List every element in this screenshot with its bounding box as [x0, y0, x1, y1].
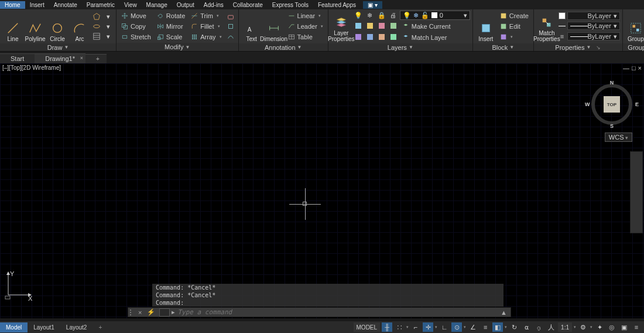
- viewcube-s[interactable]: S: [610, 123, 614, 129]
- spline-button[interactable]: ▾: [103, 22, 114, 31]
- tab-annotate[interactable]: Annotate: [49, 1, 82, 9]
- color-swatch[interactable]: [559, 12, 566, 19]
- edit-attributes-button[interactable]: ▾: [498, 32, 531, 42]
- snap-toggle[interactable]: ⸬: [394, 322, 405, 332]
- cmdline-customize-icon[interactable]: ⚡: [145, 308, 157, 316]
- make-current-button[interactable]: Make Current: [400, 21, 453, 31]
- isolate-button[interactable]: ✦: [594, 322, 605, 332]
- trim-button[interactable]: Trim▾: [189, 11, 224, 21]
- cycling-toggle[interactable]: ↻: [509, 322, 519, 332]
- layer-properties-button[interactable]: Layer Properties: [331, 11, 352, 42]
- command-line[interactable]: × ⚡ ▸ ▲: [128, 307, 511, 317]
- text-button[interactable]: AText: [241, 11, 262, 42]
- cmdline-recent-icon[interactable]: [159, 308, 170, 317]
- layer-on-button[interactable]: [388, 21, 399, 30]
- viewport-label[interactable]: [–][Top][2D Wireframe]: [2, 64, 61, 71]
- layer-lock-icon[interactable]: 🔒: [376, 11, 387, 20]
- isodraft-toggle[interactable]: ∟: [439, 322, 450, 332]
- layout2-tab[interactable]: Layout2: [60, 322, 93, 332]
- layer-b-button[interactable]: [365, 32, 375, 42]
- anno-auto-button[interactable]: 人: [546, 322, 556, 332]
- view-cube[interactable]: N S W E TOP: [588, 81, 635, 128]
- nav-bar[interactable]: [630, 151, 643, 233]
- vp-minimize-icon[interactable]: —: [623, 64, 629, 72]
- arc-button[interactable]: Arc: [69, 11, 90, 42]
- tab-home[interactable]: Home: [0, 1, 25, 9]
- layer-d-button[interactable]: [388, 32, 399, 42]
- explode-button[interactable]: [225, 22, 236, 31]
- copy-button[interactable]: Copy: [119, 21, 153, 31]
- anno-vis-button[interactable]: ⍶: [533, 322, 544, 332]
- mirror-button[interactable]: Mirror: [155, 21, 187, 31]
- leader-button[interactable]: Leader▾: [286, 22, 326, 32]
- hardware-accel-button[interactable]: ◎: [607, 322, 617, 332]
- polygon-button[interactable]: [91, 12, 102, 21]
- erase-button[interactable]: [225, 12, 236, 21]
- create-block-button[interactable]: Create: [498, 11, 531, 21]
- customize-status-button[interactable]: ≡: [631, 322, 642, 332]
- tab-view[interactable]: View: [119, 1, 142, 9]
- layout1-tab[interactable]: Layout1: [28, 322, 60, 332]
- file-tab-start[interactable]: Start: [0, 53, 35, 63]
- model-tab[interactable]: Model: [0, 322, 28, 332]
- edit-block-button[interactable]: Edit: [498, 22, 531, 32]
- move-button[interactable]: Move: [119, 11, 153, 21]
- tab-featured[interactable]: Featured Apps: [313, 1, 361, 9]
- tab-manage[interactable]: Manage: [142, 1, 172, 9]
- viewcube-w[interactable]: W: [585, 101, 590, 107]
- dimension-button[interactable]: Dimension: [263, 11, 285, 42]
- hatch-button[interactable]: [91, 32, 102, 41]
- osnap-toggle[interactable]: ⊙: [451, 322, 462, 332]
- tab-addins[interactable]: Add-ins: [199, 1, 228, 9]
- ellipse-button[interactable]: [91, 22, 102, 31]
- tab-insert[interactable]: Insert: [25, 1, 49, 9]
- tab-collaborate[interactable]: Collaborate: [228, 1, 268, 9]
- linear-button[interactable]: Linear▾: [286, 11, 326, 21]
- otrack-toggle[interactable]: ∠: [468, 322, 478, 332]
- rotate-button[interactable]: Rotate: [155, 11, 187, 21]
- file-tab-drawing1[interactable]: Drawing1*×: [35, 53, 85, 63]
- array-button[interactable]: Array▾: [189, 32, 224, 42]
- stretch-button[interactable]: Stretch: [119, 32, 153, 42]
- layer-off-button[interactable]: [353, 21, 364, 30]
- match-layer-button[interactable]: Match Layer: [400, 32, 450, 42]
- viewcube-e[interactable]: E: [635, 101, 639, 107]
- linetype-dropdown[interactable]: ByLayer▾: [567, 32, 620, 40]
- wcs-label[interactable]: WCS ▾: [605, 132, 632, 142]
- scale-button[interactable]: 1:1: [558, 322, 572, 332]
- close-tab-icon[interactable]: ×: [80, 55, 83, 61]
- polyline-button[interactable]: Polyline: [25, 11, 46, 42]
- cmdline-close-icon[interactable]: ×: [135, 309, 145, 316]
- line-button[interactable]: Line: [2, 11, 23, 42]
- layer-a-button[interactable]: [353, 32, 364, 42]
- tab-parametric[interactable]: Parametric: [82, 1, 119, 9]
- match-properties-button[interactable]: Match Properties: [536, 11, 557, 42]
- rectangle-button[interactable]: ▾: [103, 12, 114, 21]
- command-input[interactable]: [175, 308, 497, 316]
- scale-button[interactable]: Scale: [155, 32, 187, 42]
- offset-button[interactable]: [225, 32, 236, 41]
- layer-thaw-button[interactable]: [376, 21, 387, 30]
- viewcube-face[interactable]: TOP: [604, 96, 620, 113]
- model-space-button[interactable]: MODEL: [354, 322, 381, 332]
- insert-block-button[interactable]: Insert: [475, 11, 496, 42]
- vp-close-icon[interactable]: ×: [638, 64, 642, 72]
- vp-maximize-icon[interactable]: □: [632, 64, 636, 72]
- lineweight-toggle[interactable]: ≡: [480, 322, 491, 332]
- layer-plot-icon[interactable]: 🖨: [388, 11, 399, 20]
- transparency-toggle[interactable]: ◧: [492, 322, 503, 332]
- grid-toggle[interactable]: ╫: [382, 322, 392, 332]
- point-button[interactable]: ▾: [103, 32, 114, 41]
- color-dropdown[interactable]: ByLayer▾: [567, 12, 620, 20]
- cmdline-history-icon[interactable]: ▲: [497, 309, 511, 316]
- layer-c-button[interactable]: [376, 32, 387, 42]
- drawing-viewport[interactable]: [–][Top][2D Wireframe] — □ × N S W E TOP…: [0, 63, 644, 318]
- viewcube-n[interactable]: N: [610, 80, 614, 86]
- fillet-button[interactable]: Fillet▾: [189, 21, 224, 31]
- add-layout-button[interactable]: +: [93, 322, 108, 332]
- layer-iso-button[interactable]: [365, 21, 375, 30]
- layer-freeze-icon[interactable]: ❄: [365, 11, 375, 20]
- lineweight-dropdown[interactable]: ByLayer▾: [567, 22, 620, 30]
- layer-lightbulb-icon[interactable]: 💡: [353, 11, 364, 20]
- anno-scale-button[interactable]: ⍺: [521, 322, 532, 332]
